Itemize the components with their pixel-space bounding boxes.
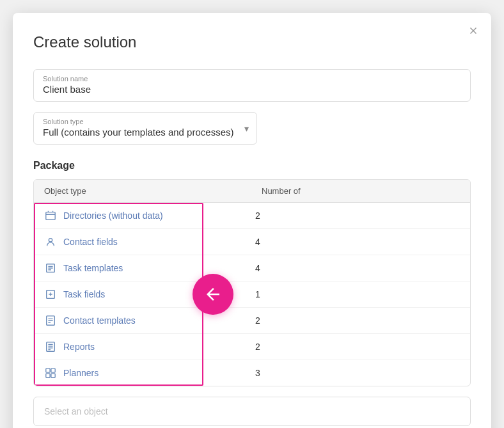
solution-name-label: Solution name <box>43 75 461 83</box>
back-arrow-button[interactable] <box>193 274 233 315</box>
table-row: Contact templates 2 <box>34 308 470 334</box>
task-fields-icon <box>44 288 57 301</box>
solution-name-value: Client base <box>43 84 461 95</box>
row-count: 2 <box>255 342 460 352</box>
table-row: Reports 2 <box>34 334 470 360</box>
svg-rect-24 <box>51 369 55 372</box>
package-section-title: Package <box>33 160 471 171</box>
table-row: Directories (without data) 2 <box>34 203 470 229</box>
row-label[interactable]: Task templates <box>63 263 255 273</box>
planners-icon <box>44 367 57 379</box>
dialog-title: Create solution <box>33 33 471 51</box>
package-table: Object type Number of <box>33 179 471 386</box>
col-number-header: Number of <box>262 186 460 196</box>
table-row: Task fields 1 <box>34 281 470 308</box>
task-templates-icon <box>44 262 57 274</box>
solution-name-field[interactable]: Solution name Client base <box>33 69 471 102</box>
select-object-placeholder: Select an object <box>44 406 108 416</box>
row-label[interactable]: Contact templates <box>63 315 255 326</box>
chevron-down-icon: ▾ <box>244 123 249 134</box>
close-button[interactable] <box>466 23 481 38</box>
table-row: Contact fields 4 <box>34 229 470 255</box>
contact-templates-icon <box>44 314 57 327</box>
row-count: 2 <box>255 315 460 326</box>
table-body: Directories (without data) 2 Contact fie… <box>34 203 470 386</box>
solution-name-group: Solution name Client base <box>33 69 471 102</box>
row-label[interactable]: Contact fields <box>63 237 255 247</box>
row-count: 2 <box>255 210 460 221</box>
select-object-input[interactable]: Select an object <box>33 397 471 426</box>
row-label[interactable]: Directories (without data) <box>63 210 255 221</box>
row-label[interactable]: Reports <box>63 342 255 352</box>
row-count: 4 <box>255 263 460 273</box>
table-row: Planners 3 <box>34 360 470 386</box>
svg-rect-2 <box>46 212 55 220</box>
col-object-header: Object type <box>44 186 262 196</box>
table-row: Task templates 4 <box>34 255 470 281</box>
svg-point-6 <box>49 239 52 242</box>
svg-rect-26 <box>51 374 55 377</box>
row-count: 1 <box>255 289 460 299</box>
solution-type-value: Full (contains your templates and proces… <box>43 127 233 138</box>
solution-type-label: Solution type <box>43 118 233 125</box>
svg-rect-23 <box>46 369 50 372</box>
reports-icon <box>44 340 57 353</box>
create-solution-dialog: Create solution Solution name Client bas… <box>13 13 491 428</box>
directories-icon <box>44 209 57 222</box>
row-count: 3 <box>255 368 460 378</box>
table-header: Object type Number of <box>34 180 470 203</box>
solution-type-select[interactable]: Solution type Full (contains your templa… <box>33 112 257 145</box>
arrow-left-icon <box>203 285 223 304</box>
svg-rect-25 <box>46 374 50 377</box>
row-label[interactable]: Planners <box>63 368 255 378</box>
row-count: 4 <box>255 237 460 247</box>
contact-fields-icon <box>44 235 57 248</box>
solution-type-group: Solution type Full (contains your templa… <box>33 112 471 145</box>
